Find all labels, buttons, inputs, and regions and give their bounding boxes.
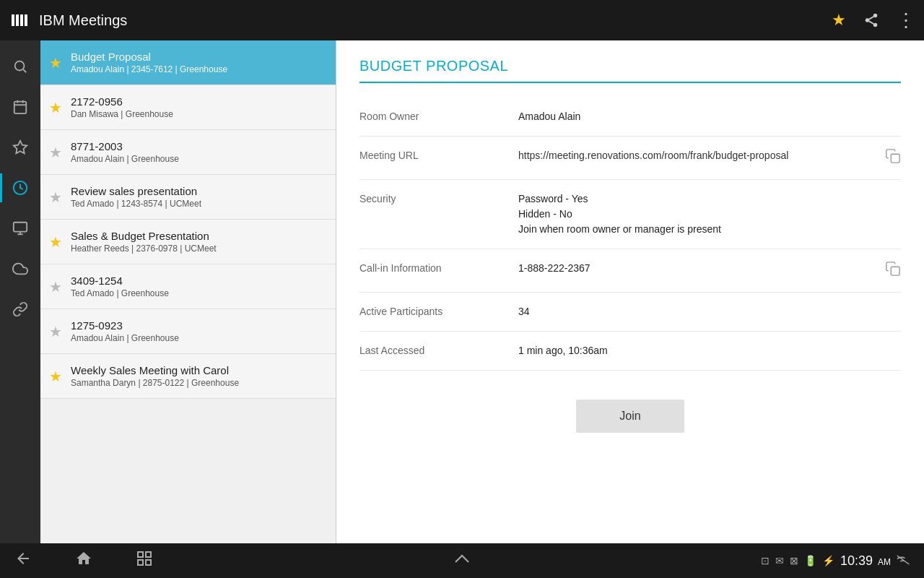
svg-rect-22 (138, 552, 143, 557)
detail-row-room-owner: Room OwnerAmadou Alain (359, 98, 901, 137)
meeting-item[interactable]: ★2172-0956Dan Misawa | Greenhouse (40, 85, 336, 130)
meeting-item[interactable]: ★Weekly Sales Meeting with CarolSamantha… (40, 354, 336, 399)
meeting-item[interactable]: ★8771-2003Amadou Alain | Greenhouse (40, 130, 336, 175)
meeting-info: Weekly Sales Meeting with CarolSamantha … (71, 364, 327, 388)
meeting-title: Review sales presentation (71, 185, 327, 197)
meeting-star-icon[interactable]: ★ (49, 54, 62, 72)
svg-rect-0 (12, 14, 14, 26)
svg-rect-2 (20, 14, 23, 26)
svg-marker-15 (14, 141, 27, 153)
meeting-star-icon[interactable]: ★ (49, 233, 62, 251)
sidebar-item-screen[interactable] (0, 208, 40, 249)
svg-point-6 (873, 23, 878, 27)
main-layout: ★Budget ProposalAmadou Alain | 2345-7612… (0, 40, 924, 543)
detail-value-call-in-info: 1-888-222-2367 (518, 261, 876, 276)
overflow-menu-button[interactable]: ⋮ (897, 9, 915, 32)
bottom-right: ⊡ ✉ ⊠ 🔋 ⚡ 10:39 AM (761, 553, 910, 569)
detail-label-active-participants: Active Participants (359, 304, 518, 317)
copy-button-call-in-info[interactable] (885, 261, 901, 280)
meeting-star-icon[interactable]: ★ (49, 189, 62, 206)
svg-rect-11 (14, 102, 27, 114)
meeting-info: Budget ProposalAmadou Alain | 2345-7612 … (71, 51, 327, 74)
copy-button-meeting-url[interactable] (885, 148, 901, 168)
sidebar-item-search[interactable] (0, 46, 40, 87)
svg-rect-25 (146, 560, 151, 565)
meeting-title: 2172-0956 (71, 95, 327, 108)
svg-point-5 (866, 18, 870, 22)
meeting-item[interactable]: ★Sales & Budget PresentationHeather Reed… (40, 220, 336, 264)
meeting-title: Sales & Budget Presentation (71, 230, 327, 242)
meeting-star-icon[interactable]: ★ (49, 99, 62, 116)
svg-line-10 (23, 69, 26, 72)
detail-row-security: SecurityPassword - YesHidden - NoJoin wh… (359, 180, 901, 249)
meeting-item[interactable]: ★3409-1254Ted Amado | Greenhouse (40, 264, 336, 309)
join-button[interactable]: Join (576, 400, 684, 433)
recents-button[interactable] (136, 550, 153, 571)
home-button[interactable] (75, 550, 92, 571)
svg-rect-20 (891, 154, 899, 163)
top-actions: ★ ⋮ (832, 9, 915, 32)
sidebar-item-favorites[interactable] (0, 127, 40, 168)
detail-row-last-accessed: Last Accessed1 min ago, 10:36am (359, 332, 901, 371)
meeting-title: 1275-0923 (71, 319, 327, 332)
svg-line-7 (869, 21, 873, 24)
meeting-sub: Amadou Alain | Greenhouse (71, 333, 327, 343)
svg-point-4 (873, 14, 878, 18)
meeting-item[interactable]: ★Budget ProposalAmadou Alain | 2345-7612… (40, 40, 336, 85)
detail-row-meeting-url: Meeting URLhttps://meeting.renovations.c… (359, 137, 901, 180)
meeting-sub: Dan Misawa | Greenhouse (71, 109, 327, 119)
status-icon-3: ⊠ (790, 555, 798, 566)
meeting-info: 1275-0923Amadou Alain | Greenhouse (71, 319, 327, 343)
meeting-sub: Amadou Alain | Greenhouse (71, 154, 327, 164)
status-icon-1: ⊡ (761, 555, 770, 566)
meeting-star-icon[interactable]: ★ (49, 278, 62, 296)
meeting-item[interactable]: ★1275-0923Amadou Alain | Greenhouse (40, 309, 336, 354)
meeting-title: Budget Proposal (71, 51, 327, 63)
detail-value-room-owner: Amadou Alain (518, 109, 901, 124)
meeting-star-icon[interactable]: ★ (49, 144, 62, 161)
meeting-star-icon[interactable]: ★ (49, 323, 62, 340)
join-area: Join (359, 400, 901, 433)
meeting-title: Weekly Sales Meeting with Carol (71, 364, 327, 376)
sidebar-item-link[interactable] (0, 289, 40, 329)
meeting-info: Review sales presentationTed Amado | 124… (71, 185, 327, 209)
detail-fields: Room OwnerAmadou AlainMeeting URLhttps:/… (359, 98, 901, 371)
detail-label-last-accessed: Last Accessed (359, 343, 518, 356)
svg-rect-23 (146, 552, 151, 557)
detail-label-meeting-url: Meeting URL (359, 148, 518, 161)
detail-value-last-accessed: 1 min ago, 10:36am (518, 343, 901, 358)
detail-row-call-in-info: Call-in Information1-888-222-2367 (359, 249, 901, 293)
meeting-sub: Samantha Daryn | 2875-0122 | Greenhouse (71, 378, 327, 388)
meeting-info: 3409-1254Ted Amado | Greenhouse (71, 275, 327, 298)
meeting-info: Sales & Budget PresentationHeather Reeds… (71, 230, 327, 254)
meeting-item[interactable]: ★Review sales presentationTed Amado | 12… (40, 175, 336, 220)
battery-icon: 🔋 (804, 555, 816, 566)
sidebar-item-cloud[interactable] (0, 249, 40, 289)
meeting-title: 8771-2003 (71, 140, 327, 152)
detail-label-security: Security (359, 191, 518, 204)
wifi-icon (897, 555, 910, 567)
status-icon-2: ✉ (775, 555, 784, 566)
back-button[interactable] (14, 550, 32, 571)
svg-rect-3 (25, 14, 27, 26)
bottom-nav (14, 550, 153, 571)
svg-line-8 (869, 17, 873, 20)
detail-row-active-participants: Active Participants34 (359, 293, 901, 332)
meeting-info: 8771-2003Amadou Alain | Greenhouse (71, 140, 327, 164)
meeting-star-icon[interactable]: ★ (49, 368, 62, 385)
app-title: IBM Meetings (39, 12, 832, 29)
meeting-title: 3409-1254 (71, 275, 327, 287)
bottom-center (453, 551, 471, 570)
svg-rect-1 (16, 14, 19, 26)
meeting-sub: Ted Amado | Greenhouse (71, 288, 327, 298)
bottom-bar: ⊡ ✉ ⊠ 🔋 ⚡ 10:39 AM (0, 543, 924, 578)
meeting-sub: Ted Amado | 1243-8574 | UCMeet (71, 199, 327, 209)
svg-rect-17 (14, 223, 27, 232)
svg-rect-21 (891, 267, 899, 275)
share-button[interactable] (863, 12, 879, 28)
sidebar-item-calendar[interactable] (0, 87, 40, 127)
star-button[interactable]: ★ (832, 11, 846, 30)
sidebar-item-recent[interactable] (0, 168, 40, 208)
up-chevron-button[interactable] (453, 551, 471, 569)
sidebar (0, 40, 40, 543)
